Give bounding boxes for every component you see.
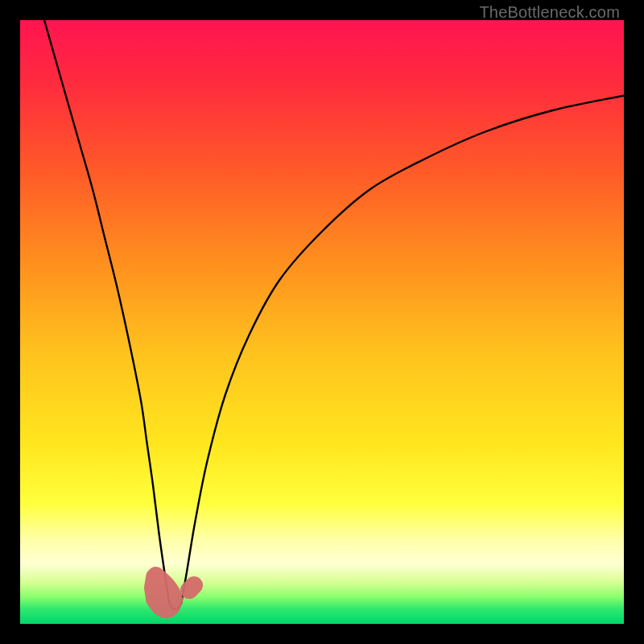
highlight-blob-right: [189, 585, 194, 590]
highlight-blob-left: [153, 576, 174, 609]
chart-svg: [20, 20, 624, 624]
watermark: TheBottleneck.com: [479, 3, 620, 22]
plot-area: [20, 20, 624, 624]
chart-frame: TheBottleneck.com: [0, 0, 644, 644]
svg-rect-0: [20, 20, 624, 624]
